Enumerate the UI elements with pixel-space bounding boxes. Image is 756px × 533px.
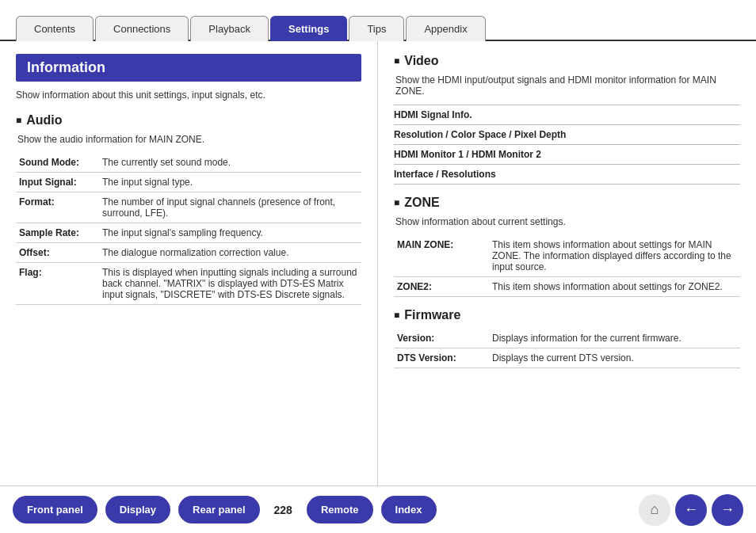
- version-value: Displays information for the current fir…: [489, 329, 740, 348]
- zone-table: MAIN ZONE: This item shows information a…: [394, 235, 740, 297]
- table-row: Format: The number of input signal chann…: [16, 192, 361, 223]
- bottom-nav-right: ⌂ ← →: [639, 494, 743, 526]
- format-value: The number of input signal channels (pre…: [99, 192, 361, 223]
- resolution-color-space: Resolution / Color Space / Pixel Depth: [394, 125, 740, 145]
- audio-heading: Audio: [16, 113, 361, 128]
- zone2-value: This item shows information about settin…: [489, 277, 740, 297]
- audio-desc: Show the audio information for MAIN ZONE…: [17, 134, 361, 145]
- top-navigation: Contents Connections Playback Settings T…: [0, 0, 756, 41]
- sound-mode-value: The currently set sound mode.: [99, 153, 361, 173]
- rear-panel-button[interactable]: Rear panel: [178, 496, 259, 523]
- table-row: Offset: The dialogue normalization corre…: [16, 243, 361, 263]
- main-content: Information Show information about this …: [0, 41, 756, 485]
- back-button[interactable]: ←: [675, 494, 707, 526]
- tab-playback[interactable]: Playback: [190, 16, 269, 41]
- hdmi-signal-info: HDMI Signal Info.: [394, 105, 740, 125]
- flag-value: This is displayed when inputting signals…: [99, 263, 361, 305]
- table-row: ZONE2: This item shows information about…: [394, 277, 740, 297]
- bottom-navigation: Front panel Display Rear panel 228 Remot…: [0, 485, 756, 533]
- home-button[interactable]: ⌂: [639, 494, 670, 526]
- input-signal-value: The input signal type.: [99, 173, 361, 192]
- offset-value: The dialogue normalization correction va…: [99, 243, 361, 263]
- remote-button[interactable]: Remote: [307, 496, 373, 523]
- zone-desc: Show information about current settings.: [395, 216, 740, 227]
- table-row: MAIN ZONE: This item shows information a…: [394, 235, 740, 277]
- audio-table: Sound Mode: The currently set sound mode…: [16, 153, 361, 305]
- sample-rate-value: The input signal's sampling frequency.: [99, 223, 361, 243]
- main-zone-value: This item shows information about settin…: [489, 235, 740, 277]
- hdmi-monitor: HDMI Monitor 1 / HDMI Monitor 2: [394, 145, 740, 165]
- index-button[interactable]: Index: [381, 496, 437, 523]
- right-column: Video Show the HDMI input/output signals…: [378, 41, 756, 485]
- video-desc: Show the HDMI input/output signals and H…: [395, 74, 740, 97]
- tab-settings[interactable]: Settings: [270, 16, 347, 41]
- input-signal-label: Input Signal:: [16, 173, 99, 192]
- page-number: 228: [274, 504, 292, 516]
- table-row: DTS Version: Displays the current DTS ve…: [394, 348, 740, 368]
- bottom-nav-left: Front panel Display Rear panel 228 Remot…: [13, 496, 437, 523]
- offset-label: Offset:: [16, 243, 99, 263]
- table-row: Sample Rate: The input signal's sampling…: [16, 223, 361, 243]
- dts-version-value: Displays the current DTS version.: [489, 348, 740, 368]
- tab-connections[interactable]: Connections: [95, 16, 189, 41]
- zone-heading: ZONE: [394, 196, 740, 210]
- sample-rate-label: Sample Rate:: [16, 223, 99, 243]
- dts-version-label: DTS Version:: [394, 348, 489, 368]
- table-row: Flag: This is displayed when inputting s…: [16, 263, 361, 305]
- flag-label: Flag:: [16, 263, 99, 305]
- tab-appendix[interactable]: Appendix: [406, 16, 485, 41]
- sound-mode-label: Sound Mode:: [16, 153, 99, 173]
- forward-button[interactable]: →: [712, 494, 743, 526]
- video-heading: Video: [394, 54, 740, 68]
- display-button[interactable]: Display: [105, 496, 170, 523]
- tab-contents[interactable]: Contents: [16, 16, 94, 41]
- table-row: Version: Displays information for the cu…: [394, 329, 740, 348]
- interface-resolutions: Interface / Resolutions: [394, 165, 740, 185]
- page-subtitle: Show information about this unit setting…: [16, 89, 361, 101]
- firmware-table: Version: Displays information for the cu…: [394, 329, 740, 368]
- table-row: Input Signal: The input signal type.: [16, 173, 361, 192]
- tab-tips[interactable]: Tips: [349, 16, 404, 41]
- version-label: Version:: [394, 329, 489, 348]
- firmware-heading: Firmware: [394, 308, 740, 322]
- page-title: Information: [16, 54, 361, 82]
- zone2-label: ZONE2:: [394, 277, 489, 297]
- main-zone-label: MAIN ZONE:: [394, 235, 489, 277]
- format-label: Format:: [16, 192, 99, 223]
- left-column: Information Show information about this …: [0, 41, 378, 485]
- table-row: Sound Mode: The currently set sound mode…: [16, 153, 361, 173]
- front-panel-button[interactable]: Front panel: [13, 496, 97, 523]
